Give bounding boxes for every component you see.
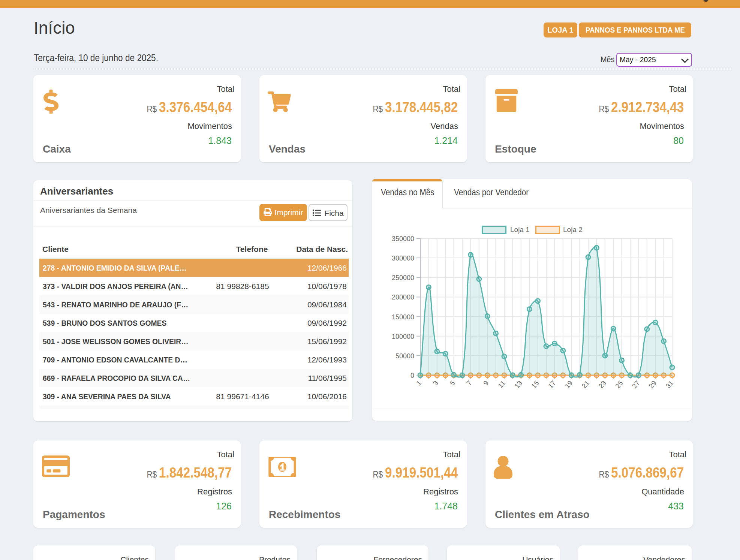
svg-text:Loja 1: Loja 1 — [510, 226, 530, 234]
svg-text:21: 21 — [580, 379, 591, 390]
svg-text:13: 13 — [513, 379, 524, 390]
svg-text:17: 17 — [547, 379, 557, 390]
svg-text:19: 19 — [563, 379, 574, 390]
svg-text:100000: 100000 — [392, 333, 414, 340]
svg-text:25: 25 — [614, 379, 624, 390]
svg-text:200000: 200000 — [392, 293, 414, 301]
svg-text:250000: 250000 — [392, 274, 414, 281]
svg-text:50000: 50000 — [395, 352, 414, 360]
svg-text:27: 27 — [631, 379, 641, 390]
svg-text:7: 7 — [465, 379, 473, 387]
svg-text:5: 5 — [448, 379, 457, 387]
svg-text:350000: 350000 — [392, 235, 414, 243]
svg-text:300000: 300000 — [392, 255, 414, 262]
svg-text:0: 0 — [410, 372, 414, 379]
svg-text:3: 3 — [431, 379, 440, 387]
svg-text:1: 1 — [415, 379, 423, 387]
svg-text:31: 31 — [664, 379, 675, 390]
svg-text:Loja 2: Loja 2 — [563, 226, 583, 234]
svg-text:9: 9 — [482, 379, 490, 387]
svg-text:23: 23 — [597, 379, 608, 390]
svg-text:150000: 150000 — [392, 313, 414, 321]
svg-text:11: 11 — [497, 379, 507, 389]
svg-text:15: 15 — [530, 379, 540, 390]
svg-text:29: 29 — [647, 379, 658, 390]
